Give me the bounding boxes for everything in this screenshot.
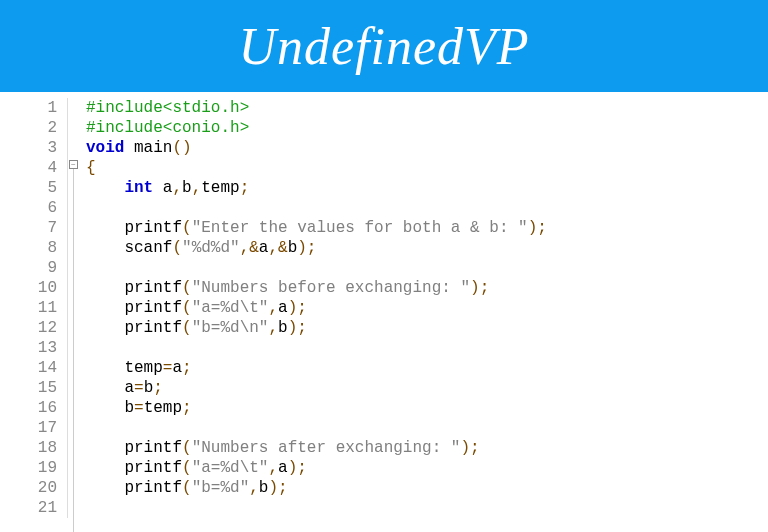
code-token: ( [172, 239, 182, 257]
code-token: b [144, 379, 154, 397]
line-number: 8 [0, 238, 57, 258]
code-token: printf [124, 279, 182, 297]
code-token [86, 239, 124, 257]
code-token [86, 179, 124, 197]
code-token: ; [182, 359, 192, 377]
code-token: scanf [124, 239, 172, 257]
line-number: 19 [0, 458, 57, 478]
code-token [86, 279, 124, 297]
code-token: = [134, 399, 144, 417]
code-token: #include<conio.h> [86, 119, 249, 137]
code-line [86, 498, 547, 518]
fold-guide-line [73, 169, 74, 532]
code-token: b [278, 319, 288, 337]
code-line: printf("Numbers before exchanging: "); [86, 278, 547, 298]
code-token: temp [201, 179, 239, 197]
code-token: ); [528, 219, 547, 237]
code-token: "Numbers after exchanging: " [192, 439, 461, 457]
code-token [86, 359, 124, 377]
code-token: , [172, 179, 182, 197]
code-token: "b=%d" [192, 479, 250, 497]
code-line: a=b; [86, 378, 547, 398]
code-token: "Numbers before exchanging: " [192, 279, 470, 297]
code-token: ( [182, 439, 192, 457]
code-line: printf("Numbers after exchanging: "); [86, 438, 547, 458]
code-token: main [134, 139, 172, 157]
code-token: temp [124, 359, 162, 377]
code-token: ); [297, 239, 316, 257]
code-token: ; [153, 379, 163, 397]
code-token: ( [182, 219, 192, 237]
code-token: "b=%d\n" [192, 319, 269, 337]
code-token: "a=%d\t" [192, 299, 269, 317]
code-token: ; [182, 399, 192, 417]
code-token: , [249, 479, 259, 497]
code-token: printf [124, 479, 182, 497]
code-token: b [259, 479, 269, 497]
code-token: , [268, 299, 278, 317]
line-number: 13 [0, 338, 57, 358]
code-token: a [124, 379, 134, 397]
line-number: 14 [0, 358, 57, 378]
code-token: ); [288, 319, 307, 337]
fold-toggle-icon[interactable]: − [69, 160, 78, 169]
code-token: ); [288, 459, 307, 477]
code-token [86, 299, 124, 317]
code-line: void main() [86, 138, 547, 158]
code-line: b=temp; [86, 398, 547, 418]
code-line: printf("b=%d\n",b); [86, 318, 547, 338]
code-token [86, 379, 124, 397]
code-token: printf [124, 459, 182, 477]
code-token: printf [124, 319, 182, 337]
code-token: ,& [268, 239, 287, 257]
code-token: a [278, 299, 288, 317]
code-token: printf [124, 299, 182, 317]
line-number: 7 [0, 218, 57, 238]
code-line [86, 198, 547, 218]
code-editor: 123456789101112131415161718192021 − #inc… [0, 92, 768, 518]
code-token: "a=%d\t" [192, 459, 269, 477]
code-token: = [134, 379, 144, 397]
code-token: "Enter the values for both a & b: " [192, 219, 528, 237]
code-token [86, 319, 124, 337]
code-line: printf("a=%d\t",a); [86, 298, 547, 318]
code-token: ; [240, 179, 250, 197]
code-token [86, 399, 124, 417]
code-token: , [268, 459, 278, 477]
code-token: b [124, 399, 134, 417]
line-number-gutter: 123456789101112131415161718192021 [0, 98, 68, 518]
code-token: temp [144, 399, 182, 417]
code-line: #include<conio.h> [86, 118, 547, 138]
code-token: ); [288, 299, 307, 317]
code-token: int [124, 179, 153, 197]
line-number: 15 [0, 378, 57, 398]
code-token [86, 439, 124, 457]
line-number: 16 [0, 398, 57, 418]
code-line: temp=a; [86, 358, 547, 378]
code-token: #include<stdio.h> [86, 99, 249, 117]
code-line: { [86, 158, 547, 178]
title-text: UndefinedVP [238, 17, 529, 76]
code-token: ); [268, 479, 287, 497]
code-token: ( [182, 319, 192, 337]
code-token: ); [460, 439, 479, 457]
line-number: 5 [0, 178, 57, 198]
code-token: a [278, 459, 288, 477]
code-area[interactable]: #include<stdio.h>#include<conio.h>void m… [82, 98, 547, 518]
app-window: UndefinedVP 1234567891011121314151617181… [0, 0, 768, 532]
code-token [86, 219, 124, 237]
code-token: ); [470, 279, 489, 297]
code-token: "%d%d" [182, 239, 240, 257]
code-token: a [259, 239, 269, 257]
code-token: , [268, 319, 278, 337]
code-token: printf [124, 219, 182, 237]
line-number: 17 [0, 418, 57, 438]
code-token: a [172, 359, 182, 377]
code-line: int a,b,temp; [86, 178, 547, 198]
code-token: b [182, 179, 192, 197]
fold-column: − [68, 98, 82, 518]
code-token [124, 139, 134, 157]
code-line [86, 338, 547, 358]
code-line: printf("Enter the values for both a & b:… [86, 218, 547, 238]
code-token: ( [182, 299, 192, 317]
